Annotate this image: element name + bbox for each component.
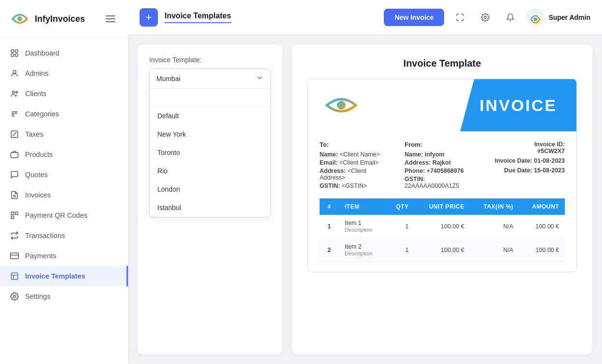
col-amount: AMOUNT xyxy=(519,198,565,215)
invoice-title-block: INVOICE xyxy=(460,79,576,131)
content-area: Invoice Template: Mumbai Default New Yor… xyxy=(128,35,602,364)
to-name: Name: <Client Name> xyxy=(320,151,393,158)
svg-point-18 xyxy=(14,295,16,298)
svg-point-0 xyxy=(17,16,22,21)
col-unit-price: UNIT PRICE xyxy=(414,198,470,215)
sidebar-label-admins: Admins xyxy=(25,70,48,77)
logo-icon xyxy=(10,9,30,29)
to-email: Email: <Client Email> xyxy=(320,159,393,166)
sidebar-item-invoices[interactable]: Invoices xyxy=(0,185,128,205)
from-section: From: Name: infyom Address: Rajkot Phone… xyxy=(405,141,478,191)
svg-rect-12 xyxy=(11,212,14,214)
invoice-date-row: Invoice Date: 01-08-2023 xyxy=(478,157,565,164)
svg-point-19 xyxy=(484,16,487,18)
dropdown-item-london[interactable]: London xyxy=(150,180,270,198)
sidebar: InfyInvoices Dashboard Admins Clients xyxy=(0,0,128,364)
sidebar-label-invoices: Invoices xyxy=(25,191,51,199)
from-phone: Phone: +7405868976 xyxy=(405,168,478,174)
products-icon xyxy=(10,150,19,159)
sidebar-label-settings: Settings xyxy=(25,293,50,300)
dropdown-item-rio[interactable]: Rio xyxy=(150,162,270,180)
dropdown-item-toronto[interactable]: Toronto xyxy=(150,143,270,162)
svg-point-5 xyxy=(13,70,16,73)
from-address: Address: Rajkot xyxy=(405,159,478,166)
add-button[interactable]: + xyxy=(140,8,158,27)
svg-rect-13 xyxy=(15,212,18,214)
sidebar-item-transactions[interactable]: Transactions xyxy=(0,225,128,246)
avatar xyxy=(526,8,545,27)
table-header-row: # ITEM QTY UNIT PRICE TAX(IN %) AMOUNT xyxy=(320,198,565,215)
fullscreen-button[interactable] xyxy=(451,8,469,27)
template-dropdown[interactable]: Mumbai Default New York Toronto Rio Lond… xyxy=(149,69,271,217)
settings-button[interactable] xyxy=(476,8,494,27)
col-item: ITEM xyxy=(339,198,386,215)
sidebar-label-payments: Payments xyxy=(25,252,56,260)
gear-icon xyxy=(481,13,490,22)
invoice-card: INVOICE To: Name: <Client Name> xyxy=(308,79,577,272)
dropdown-list: Default New York Toronto Rio London Ista… xyxy=(150,107,270,217)
sidebar-item-quotes[interactable]: Quotes xyxy=(0,165,128,185)
taxes-icon xyxy=(10,129,19,139)
table-row: 1 Item 1Description 1 100.00 € N/A 100.0… xyxy=(320,215,565,238)
svg-rect-1 xyxy=(11,50,14,52)
dropdown-search-input[interactable] xyxy=(150,89,270,107)
invoice-id-row: Invoice ID: #5CW2X7 xyxy=(478,141,565,154)
sidebar-item-payments[interactable]: Payments xyxy=(0,246,128,266)
qr-icon xyxy=(10,210,19,220)
col-qty: QTY xyxy=(386,198,415,215)
col-num: # xyxy=(320,198,339,215)
bell-icon xyxy=(506,13,515,22)
to-gstin: GSTIN: <GSTIN> xyxy=(320,182,393,189)
sidebar-item-products[interactable]: Products xyxy=(0,144,128,165)
invoice-logo xyxy=(320,91,363,120)
from-label: From: xyxy=(405,141,478,148)
sidebar-item-payment-qr[interactable]: Payment QR Codes xyxy=(0,205,128,225)
sidebar-label-payment-qr: Payment QR Codes xyxy=(25,211,87,219)
to-label: To: xyxy=(320,141,393,148)
dropdown-item-newyork[interactable]: New York xyxy=(150,125,270,143)
user-menu[interactable]: Super Admin xyxy=(526,8,590,27)
topbar: + Invoice Templates New Invoice xyxy=(128,0,602,35)
svg-point-21 xyxy=(533,17,537,21)
sidebar-label-clients: Clients xyxy=(25,90,46,98)
svg-rect-14 xyxy=(11,216,14,219)
invoice-logo-area xyxy=(308,79,375,131)
col-tax: TAX(IN %) xyxy=(470,198,519,215)
svg-rect-17 xyxy=(11,273,18,280)
sidebar-label-quotes: Quotes xyxy=(25,171,48,179)
from-gstin: GSTIN: 22AAAAA0000A1Z5 xyxy=(405,176,478,189)
hamburger-menu[interactable] xyxy=(103,13,118,25)
sidebar-item-dashboard[interactable]: Dashboard xyxy=(0,43,128,63)
fullscreen-icon xyxy=(456,13,464,22)
sidebar-item-invoice-templates[interactable]: Invoice Templates xyxy=(0,266,128,286)
sidebar-item-categories[interactable]: Categories xyxy=(0,104,128,124)
app-name: InfyInvoices xyxy=(35,14,85,24)
settings-icon xyxy=(10,292,19,301)
svg-rect-2 xyxy=(15,50,18,52)
sidebar-item-admins[interactable]: Admins xyxy=(0,63,128,84)
notification-button[interactable] xyxy=(501,8,519,27)
invoice-preview-title: Invoice Template xyxy=(308,58,577,69)
dropdown-item-default[interactable]: Default xyxy=(150,107,270,125)
to-address: Address: <Client Address> xyxy=(320,168,393,181)
invoice-preview-panel: Invoice Template xyxy=(292,44,592,354)
page-title: Invoice Templates xyxy=(165,12,231,23)
new-invoice-button[interactable]: New Invoice xyxy=(384,9,444,26)
invoice-table: # ITEM QTY UNIT PRICE TAX(IN %) AMOUNT 1… xyxy=(320,198,565,262)
sidebar-label-invoice-templates: Invoice Templates xyxy=(25,272,85,280)
sidebar-item-taxes[interactable]: Taxes xyxy=(0,124,128,144)
templates-icon xyxy=(10,271,19,281)
svg-point-6 xyxy=(13,91,15,94)
svg-point-22 xyxy=(337,101,346,110)
svg-rect-4 xyxy=(15,54,18,56)
sidebar-label-products: Products xyxy=(25,151,53,158)
sidebar-item-clients[interactable]: Clients xyxy=(0,84,128,104)
invoice-header: INVOICE xyxy=(308,79,576,131)
clients-icon xyxy=(10,89,19,98)
user-name: Super Admin xyxy=(548,14,590,21)
sidebar-item-settings[interactable]: Settings xyxy=(0,286,128,307)
transactions-icon xyxy=(10,231,19,240)
admins-icon xyxy=(10,69,19,78)
dropdown-item-istanbul[interactable]: Istanbul xyxy=(150,198,270,217)
table-row: 2 Item 2Description 1 100.00 € N/A 100.0… xyxy=(320,238,565,262)
